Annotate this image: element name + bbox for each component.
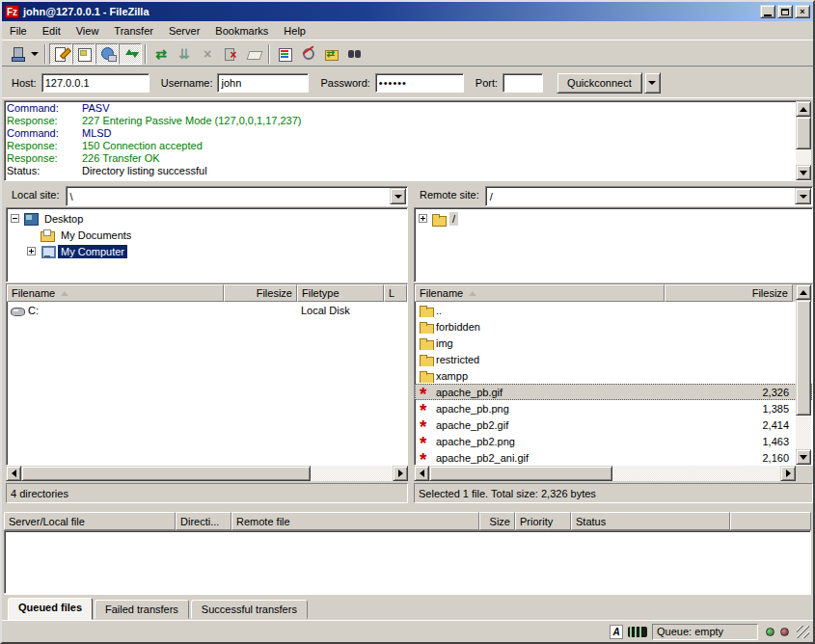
message-log[interactable]: Command:PASV Response:227 Entering Passi…: [4, 100, 811, 181]
minimize-button[interactable]: [760, 5, 775, 18]
remote-horizontal-scrollbar[interactable]: [414, 466, 796, 481]
port-input[interactable]: [503, 73, 543, 93]
remote-file-row[interactable]: forbidden: [415, 318, 812, 335]
toggle-transfer-queue-button[interactable]: [119, 43, 142, 65]
tree-item-my-computer[interactable]: My Computer: [11, 243, 407, 259]
column-header-priority[interactable]: Priority: [515, 512, 571, 530]
column-header-direction[interactable]: Directi...: [176, 512, 231, 530]
scroll-down-button[interactable]: [796, 449, 811, 465]
toggle-remote-tree-button[interactable]: [95, 43, 119, 65]
tree-item-my-documents[interactable]: My Documents: [11, 227, 407, 243]
local-file-row[interactable]: C: Local Disk: [7, 302, 407, 318]
remote-site-bar: Remote site: /: [414, 185, 813, 207]
column-header-server-local-file[interactable]: Server/Local file: [4, 512, 176, 530]
transfer-queue-list[interactable]: [4, 530, 811, 594]
scrollbar-thumb[interactable]: [21, 466, 311, 481]
local-site-combobox[interactable]: \: [66, 186, 408, 206]
log-scrollbar[interactable]: [796, 101, 811, 180]
cancel-operation-button[interactable]: ×: [196, 43, 219, 65]
remote-file-row[interactable]: xampp: [415, 367, 812, 384]
collapse-expander-icon[interactable]: [11, 214, 19, 223]
toggle-message-log-button[interactable]: [49, 43, 72, 65]
local-file-list[interactable]: Filename Filesize Filetype L C: Local Di…: [6, 283, 408, 466]
menu-server[interactable]: Server: [161, 23, 207, 39]
column-header-lastmodified[interactable]: L: [384, 284, 407, 302]
column-header-status[interactable]: Status: [571, 512, 730, 530]
scroll-right-button[interactable]: [393, 466, 408, 481]
apache-feather-icon: [419, 418, 434, 432]
local-directory-tree[interactable]: Desktop My Documents My Computer: [6, 207, 408, 282]
log-line: Response:150 Connection accepted: [7, 140, 808, 152]
scroll-up-button[interactable]: [796, 284, 811, 300]
site-manager-dropdown-button[interactable]: [28, 43, 41, 65]
remote-file-row-selected[interactable]: apache_pb.gif 2,326: [415, 384, 812, 400]
expand-expander-icon[interactable]: [27, 247, 36, 255]
scrollbar-thumb[interactable]: [429, 466, 612, 481]
remote-file-list[interactable]: Filename Filesize .. forbidden img restr…: [414, 283, 813, 466]
tab-failed-transfers[interactable]: Failed transfers: [95, 600, 189, 619]
column-header-filetype[interactable]: Filetype: [297, 284, 384, 302]
synchronized-browsing-button[interactable]: [319, 43, 342, 65]
menu-transfer[interactable]: Transfer: [106, 23, 161, 39]
scroll-left-button[interactable]: [6, 466, 21, 481]
remote-file-row[interactable]: ..: [415, 302, 812, 318]
column-header-filesize[interactable]: Filesize: [224, 284, 297, 302]
menu-bookmarks[interactable]: Bookmarks: [207, 23, 276, 39]
apache-feather-icon: [419, 386, 434, 399]
speed-limit-indicator-icon[interactable]: [628, 627, 647, 637]
menu-edit[interactable]: Edit: [35, 23, 68, 39]
process-queue-icon: ⇊: [178, 47, 190, 61]
username-input[interactable]: [217, 73, 309, 93]
remote-file-row[interactable]: apache_pb2.gif 2,414: [415, 416, 812, 433]
toggle-local-tree-button[interactable]: [72, 43, 95, 65]
reconnect-button[interactable]: [242, 43, 265, 65]
remote-site-dropdown-button[interactable]: [795, 188, 811, 204]
quickconnect-dropdown-button[interactable]: [644, 72, 661, 94]
local-horizontal-scrollbar[interactable]: [6, 466, 408, 481]
expand-expander-icon[interactable]: [419, 214, 427, 223]
refresh-button[interactable]: ⇄: [149, 43, 173, 65]
remote-file-row[interactable]: apache_pb2.png 1,463: [415, 433, 812, 449]
column-header-remote-file[interactable]: Remote file: [231, 512, 479, 530]
remote-file-row[interactable]: apache_pb.png 1,385: [415, 400, 812, 416]
tab-successful-transfers[interactable]: Successful transfers: [191, 600, 308, 619]
close-button[interactable]: ×: [795, 5, 810, 18]
column-header-filename[interactable]: Filename: [415, 284, 665, 302]
tree-item-desktop[interactable]: Desktop: [11, 210, 407, 227]
menu-file[interactable]: File: [2, 23, 35, 39]
menu-help[interactable]: Help: [276, 23, 313, 39]
scroll-left-button[interactable]: [414, 466, 429, 481]
filename-filters-button[interactable]: [296, 43, 319, 65]
scrollbar-thumb[interactable]: [796, 117, 811, 149]
remote-site-combobox[interactable]: /: [485, 186, 813, 206]
tree-item-root[interactable]: /: [419, 210, 812, 227]
column-header-size[interactable]: Size: [479, 512, 515, 530]
data-type-indicator-icon[interactable]: A: [610, 625, 623, 639]
quickconnect-button[interactable]: Quickconnect: [557, 72, 642, 94]
remote-file-row[interactable]: restricted: [415, 351, 812, 367]
site-manager-button[interactable]: [5, 43, 28, 65]
maximize-button[interactable]: [777, 5, 793, 18]
scroll-right-button[interactable]: [780, 466, 796, 481]
host-input[interactable]: [41, 73, 149, 93]
column-header-filesize[interactable]: Filesize: [665, 284, 793, 302]
column-header-filename[interactable]: Filename: [7, 284, 224, 302]
remote-file-row[interactable]: img: [415, 335, 812, 351]
directory-comparison-button[interactable]: [273, 43, 296, 65]
menu-view[interactable]: View: [68, 23, 107, 39]
remote-list-scrollbar[interactable]: [796, 284, 811, 465]
remote-file-row[interactable]: apache_pb2_ani.gif 2,160: [415, 449, 812, 466]
scrollbar-thumb[interactable]: [796, 300, 811, 416]
local-site-dropdown-button[interactable]: [390, 188, 406, 204]
tab-queued-files[interactable]: Queued files: [8, 598, 93, 620]
find-files-button[interactable]: [342, 43, 366, 65]
process-queue-button[interactable]: ⇊: [173, 43, 196, 65]
password-input[interactable]: [375, 73, 464, 93]
title-bar[interactable]: Fz john@127.0.0.1 - FileZilla ×: [2, 2, 813, 21]
disconnect-button[interactable]: ×: [219, 43, 242, 65]
remote-directory-tree[interactable]: /: [414, 207, 813, 282]
activity-led-red: [780, 628, 789, 636]
scroll-down-button[interactable]: [796, 165, 811, 180]
resize-grip[interactable]: [797, 626, 809, 638]
scroll-up-button[interactable]: [796, 101, 811, 117]
